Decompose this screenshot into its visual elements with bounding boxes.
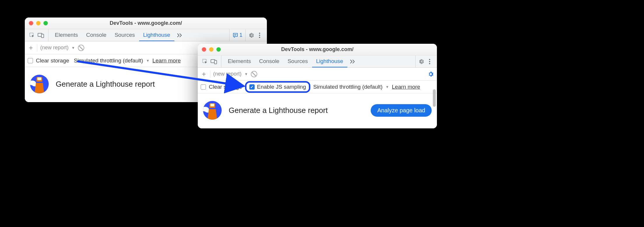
svg-rect-10	[214, 60, 217, 64]
window-title: DevTools - www.google.com/	[198, 46, 437, 53]
learn-more-link[interactable]: Learn more	[153, 57, 181, 64]
lighthouse-logo-icon	[30, 75, 49, 93]
clear-icon[interactable]	[78, 45, 84, 51]
devtools-window-after: DevTools - www.google.com/ Elements Cons…	[198, 44, 437, 128]
tab-elements[interactable]: Elements	[224, 55, 255, 67]
throttling-dropdown[interactable]: Simulated throttling (default) ▼	[313, 84, 389, 90]
clear-storage-label: Clear storage	[209, 84, 242, 90]
svg-point-7	[259, 37, 260, 38]
device-toggle-icon[interactable]	[209, 57, 218, 66]
report-dropdown-label: (new report)	[213, 71, 242, 77]
report-dropdown[interactable]: (new report) ▼	[40, 45, 75, 51]
panel-settings-gear-icon[interactable]	[428, 71, 434, 77]
learn-more-link[interactable]: Learn more	[392, 84, 420, 90]
devtools-tabbar: Elements Console Sources Lighthouse	[198, 55, 437, 68]
add-report-icon[interactable]: +	[28, 44, 34, 52]
tab-lighthouse[interactable]: Lighthouse	[312, 55, 347, 67]
devtools-tabs: Elements Console Sources Lighthouse	[224, 55, 358, 67]
lighthouse-main: Generate a Lighthouse report Analyze pag…	[198, 93, 437, 128]
clear-storage-label: Clear storage	[36, 57, 69, 64]
dropdown-triangle-icon: ▼	[71, 46, 75, 50]
kebab-menu-icon[interactable]	[425, 57, 434, 66]
inspect-icon[interactable]	[201, 57, 209, 66]
throttling-dropdown[interactable]: Simulated throttling (default) ▼	[74, 57, 150, 64]
enable-js-sampling-label: Enable JS sampling	[257, 84, 306, 90]
enable-js-sampling-checkbox[interactable]	[249, 84, 255, 90]
window-title: DevTools - www.google.com/	[25, 20, 267, 26]
main-heading: Generate a Lighthouse report	[56, 80, 155, 89]
inspect-icon[interactable]	[28, 31, 36, 40]
clear-icon[interactable]	[251, 71, 257, 77]
device-toggle-icon[interactable]	[36, 31, 45, 40]
more-tabs-chevron-icon[interactable]	[174, 29, 185, 41]
enable-js-sampling-highlight: Enable JS sampling	[245, 81, 310, 93]
svg-rect-2	[41, 34, 44, 38]
svg-point-6	[259, 35, 260, 36]
tab-elements[interactable]: Elements	[51, 29, 82, 41]
tab-sources[interactable]: Sources	[111, 29, 139, 41]
settings-gear-icon[interactable]	[245, 29, 254, 41]
tab-console[interactable]: Console	[82, 29, 111, 41]
tab-lighthouse[interactable]: Lighthouse	[139, 29, 174, 41]
lighthouse-logo-icon	[203, 101, 222, 120]
scrollbar-thumb[interactable]	[433, 89, 436, 107]
titlebar: DevTools - www.google.com/	[25, 18, 267, 29]
kebab-menu-icon[interactable]	[255, 31, 264, 40]
svg-point-13	[429, 63, 430, 64]
clear-storage-checkbox[interactable]	[201, 84, 206, 90]
main-heading: Generate a Lighthouse report	[229, 106, 328, 115]
issues-button[interactable]: 1	[229, 29, 244, 41]
dropdown-triangle-icon: ▼	[244, 72, 248, 76]
svg-point-5	[259, 33, 260, 34]
svg-point-12	[429, 61, 430, 62]
lighthouse-options-row: Clear storage Enable JS sampling Simulat…	[198, 81, 437, 93]
svg-point-11	[429, 59, 430, 60]
analyze-button[interactable]: Analyze page load	[371, 104, 432, 117]
add-report-icon[interactable]: +	[201, 70, 207, 78]
settings-gear-icon[interactable]	[415, 55, 424, 67]
titlebar: DevTools - www.google.com/	[198, 44, 437, 55]
tab-console[interactable]: Console	[255, 55, 284, 67]
issues-icon	[233, 33, 238, 38]
lighthouse-subrow: + (new report) ▼	[198, 68, 437, 81]
clear-storage-checkbox[interactable]	[28, 58, 33, 63]
devtools-tabbar: Elements Console Sources Lighthouse 1	[25, 29, 267, 41]
issues-count: 1	[239, 32, 242, 38]
more-tabs-chevron-icon[interactable]	[347, 55, 358, 67]
report-dropdown-label: (new report)	[40, 45, 69, 51]
throttling-label: Simulated throttling (default)	[313, 84, 383, 90]
throttling-label: Simulated throttling (default)	[74, 57, 143, 64]
dropdown-triangle-icon: ▼	[146, 59, 150, 63]
report-dropdown[interactable]: (new report) ▼	[213, 71, 248, 77]
devtools-tabs: Elements Console Sources Lighthouse	[51, 29, 185, 41]
tab-sources[interactable]: Sources	[284, 55, 312, 67]
dropdown-triangle-icon: ▼	[386, 85, 389, 89]
